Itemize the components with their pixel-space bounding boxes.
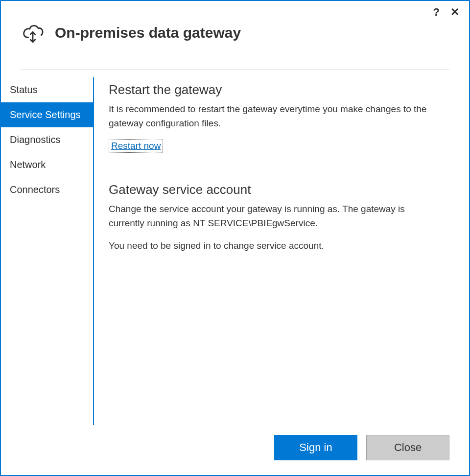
restart-heading: Restart the gateway [109,82,440,97]
title-controls: ? ✕ [433,7,459,18]
service-account-description: Change the service account your gateway … [109,202,440,230]
sidebar-item-label: Service Settings [10,109,81,120]
service-account-section: Gateway service account Change the servi… [109,182,440,253]
service-account-note: You need to be signed in to change servi… [109,239,440,253]
app-title: On-premises data gateway [55,24,241,41]
header: On-premises data gateway [1,21,469,55]
sidebar-item-label: Status [10,84,38,95]
button-label: Sign in [299,441,332,454]
sidebar-item-connectors[interactable]: Connectors [1,177,93,202]
sidebar-item-service-settings[interactable]: Service Settings [1,102,93,127]
service-account-heading: Gateway service account [109,182,440,197]
close-icon[interactable]: ✕ [450,7,459,18]
sidebar-item-label: Diagnostics [10,134,60,145]
cloud-sync-icon [21,21,45,45]
help-icon[interactable]: ? [433,7,440,18]
sidebar-item-status[interactable]: Status [1,77,93,102]
restart-description: It is recommended to restart the gateway… [109,102,440,130]
sidebar-item-network[interactable]: Network [1,152,93,177]
close-button[interactable]: Close [366,435,449,460]
sidebar-item-diagnostics[interactable]: Diagnostics [1,127,93,152]
titlebar: ? ✕ [1,1,469,21]
button-label: Close [394,441,422,454]
content: Restart the gateway It is recommended to… [94,77,449,425]
app-window: ? ✕ On-premises data gateway Status Serv… [0,0,470,476]
footer: Sign in Close [1,425,469,475]
sign-in-button[interactable]: Sign in [274,435,357,460]
restart-now-link[interactable]: Restart now [109,139,163,153]
sidebar: Status Service Settings Diagnostics Netw… [1,77,94,425]
sidebar-item-label: Network [10,159,46,170]
body: Status Service Settings Diagnostics Netw… [1,70,469,425]
sidebar-item-label: Connectors [10,184,60,195]
